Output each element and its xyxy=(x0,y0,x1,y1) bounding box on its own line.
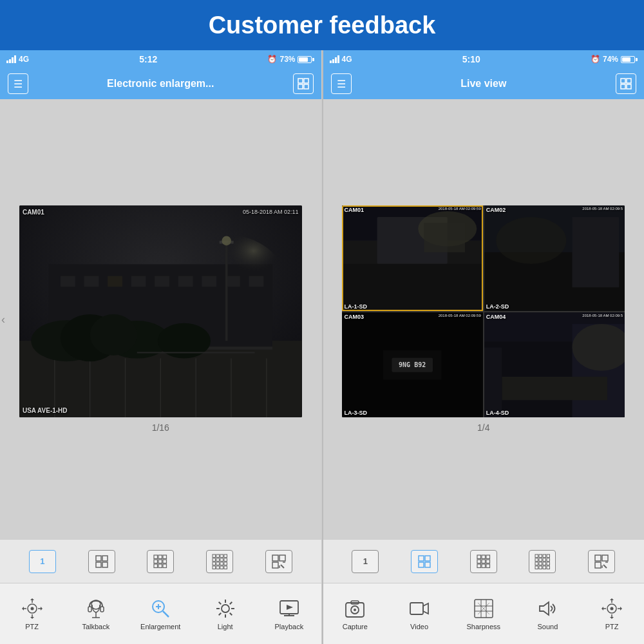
tool-sharpness-right[interactable]: Sharpness xyxy=(464,597,503,630)
tool-sound-right[interactable]: Sound xyxy=(528,597,567,630)
status-bar-left: 4G 5:12 ⏰ 73% xyxy=(0,50,321,68)
svg-point-27 xyxy=(167,235,285,329)
video-area-right: CAM01 2018-05-18 AM 02:09:59 LA-1-SD xyxy=(323,99,645,539)
grid-btn-9-left[interactable] xyxy=(147,550,174,573)
alarm-icon: ⏰ xyxy=(267,55,277,64)
grid-btn-1-left[interactable]: 1 xyxy=(29,550,56,573)
bottom-toolbar-right: Capture Video xyxy=(323,583,645,644)
ptz-icon-left xyxy=(21,597,44,620)
menu-icon-left[interactable]: ☰ xyxy=(8,73,28,94)
cam-footage-3: 9NG B92 xyxy=(342,312,482,418)
battery-icon-right xyxy=(621,56,638,63)
enlargement-icon-left xyxy=(149,597,172,620)
cam-footage-2 xyxy=(484,205,625,311)
svg-rect-58 xyxy=(224,562,227,565)
svg-rect-35 xyxy=(102,556,108,561)
cam-cell-3[interactable]: 9NG B92 CAM03 2018-05-18 AM 02:09:59 LA-… xyxy=(342,312,482,418)
svg-rect-157 xyxy=(602,555,608,561)
svg-point-31 xyxy=(158,323,211,359)
grid-btn-custom-right[interactable] xyxy=(588,550,615,573)
svg-rect-105 xyxy=(627,84,631,89)
tool-enlargement-left[interactable]: Enlargement xyxy=(140,597,180,630)
svg-rect-135 xyxy=(482,560,486,564)
svg-rect-145 xyxy=(539,558,542,562)
grid-btn-4-right[interactable] xyxy=(411,550,438,573)
battery-icon-left xyxy=(298,56,314,63)
cam3-label: LA-3-SD xyxy=(344,410,367,416)
menu-icon-right[interactable]: ☰ xyxy=(331,73,352,94)
status-bar-right: 4G 5:10 ⏰ 74% xyxy=(323,50,645,68)
nav-arrow-left[interactable]: ‹ xyxy=(1,312,5,326)
tool-playback-left[interactable]: Playback xyxy=(270,597,308,630)
svg-rect-42 xyxy=(158,560,162,564)
cam3-name: CAM03 xyxy=(344,314,364,320)
svg-line-66 xyxy=(281,565,284,568)
sound-icon-right xyxy=(536,597,559,620)
light-icon-left xyxy=(214,597,237,620)
video-icon-right xyxy=(408,597,431,620)
cam4-name: CAM04 xyxy=(486,314,506,320)
svg-rect-127 xyxy=(419,556,424,561)
svg-marker-185 xyxy=(620,607,622,611)
ptz-label-left: PTZ xyxy=(25,623,39,630)
svg-rect-125 xyxy=(502,376,607,399)
layout-icon-right[interactable] xyxy=(616,73,636,94)
video-area-left: ‹ xyxy=(0,99,321,539)
cam2-timestamp: 2018-05-18 AM 02:09:5 xyxy=(582,207,623,211)
svg-rect-54 xyxy=(224,558,227,562)
cam1-timestamp: 2018-05-18 AM 02:09:59 xyxy=(439,207,481,211)
svg-rect-146 xyxy=(543,558,546,562)
svg-rect-36 xyxy=(96,562,101,567)
svg-rect-34 xyxy=(96,556,101,561)
cam-cell-1[interactable]: CAM01 2018-05-18 AM 02:09:59 LA-1-SD xyxy=(342,205,482,311)
svg-rect-140 xyxy=(535,554,538,558)
nav-title-left: Electronic enlargem... xyxy=(28,78,293,90)
svg-rect-112 xyxy=(424,223,466,252)
signal-icon xyxy=(6,55,16,63)
svg-rect-38 xyxy=(154,555,158,559)
cam01-channel: USA AVE-1-HD xyxy=(23,407,68,414)
tool-talkback-left[interactable]: Talkback xyxy=(77,597,115,630)
svg-marker-99 xyxy=(287,605,293,610)
svg-marker-74 xyxy=(30,617,34,619)
grid-btn-4-left[interactable] xyxy=(88,550,115,573)
grid-btn-16-right[interactable] xyxy=(529,550,556,573)
svg-point-89 xyxy=(222,605,229,612)
status-right-left-group: 4G xyxy=(330,55,352,64)
grid-btn-16-left[interactable] xyxy=(206,550,233,573)
svg-rect-130 xyxy=(425,562,430,567)
tool-light-left[interactable]: Light xyxy=(206,597,245,630)
cam01-time: 05-18-2018 AM 02:11 xyxy=(243,209,299,215)
network-label: 4G xyxy=(19,55,29,64)
svg-rect-64 xyxy=(279,555,285,561)
page-title: Customer feedback xyxy=(209,12,436,39)
svg-rect-50 xyxy=(224,554,227,558)
grid-btn-1-right[interactable]: 1 xyxy=(352,550,379,573)
svg-rect-18 xyxy=(131,276,146,287)
tool-ptz-left[interactable]: PTZ xyxy=(13,597,52,630)
svg-rect-149 xyxy=(539,562,542,565)
svg-line-94 xyxy=(218,602,221,605)
grid-btn-9-right[interactable] xyxy=(470,550,497,573)
phone-panel-right: 4G 5:10 ⏰ 74% ☰ Live view xyxy=(323,50,645,644)
svg-rect-144 xyxy=(535,558,538,562)
tool-ptz-right[interactable]: PTZ xyxy=(592,597,631,630)
svg-rect-57 xyxy=(220,562,223,565)
svg-rect-63 xyxy=(272,555,278,561)
svg-rect-133 xyxy=(486,555,490,559)
svg-marker-183 xyxy=(601,607,603,611)
svg-rect-65 xyxy=(272,562,278,568)
svg-rect-61 xyxy=(220,566,223,569)
cam3-timestamp: 2018-05-18 AM 02:09:59 xyxy=(439,314,481,317)
tool-capture-right[interactable]: Capture xyxy=(336,597,374,630)
battery-pct-left: 73% xyxy=(279,55,295,64)
cam-cell-4[interactable]: CAM04 2018-05-18 AM 02:09:5 LA-4-SD xyxy=(484,312,625,418)
layout-icon-left[interactable] xyxy=(293,73,314,94)
signal-icon-right xyxy=(330,55,339,63)
svg-rect-152 xyxy=(535,566,538,569)
network-label-right: 4G xyxy=(342,55,352,64)
grid-btn-custom-left[interactable] xyxy=(265,550,292,573)
tool-video-right[interactable]: Video xyxy=(400,597,439,630)
cam-cell-2[interactable]: CAM02 2018-05-18 AM 02:09:5 LA-2-SD xyxy=(484,205,625,311)
svg-text:9NG B92: 9NG B92 xyxy=(399,361,426,368)
